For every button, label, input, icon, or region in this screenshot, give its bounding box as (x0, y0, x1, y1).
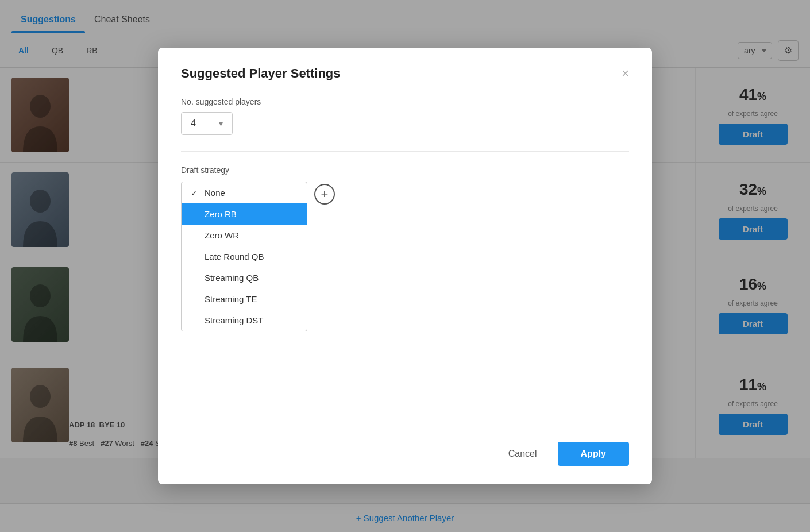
chevron-down-icon: ▾ (219, 119, 223, 128)
check-icon (191, 210, 200, 219)
check-icon: ✓ (191, 188, 200, 198)
modal-close-button[interactable]: × (622, 67, 629, 80)
apply-button[interactable]: Apply (558, 442, 629, 466)
cancel-button[interactable]: Cancel (497, 443, 549, 465)
strategy-option-zero-rb[interactable]: Zero RB (182, 203, 307, 225)
strategy-dropdown[interactable]: ✓ None Zero RB Zero WR Late Round QB (181, 182, 307, 331)
check-icon (191, 273, 200, 283)
check-icon (191, 316, 200, 325)
num-players-label: No. suggested players (181, 97, 629, 106)
modal-divider (181, 151, 629, 152)
strategy-option-streaming-dst[interactable]: Streaming DST (182, 310, 307, 331)
draft-strategy-label: Draft strategy (181, 165, 629, 175)
check-icon (191, 295, 200, 304)
strategy-option-streaming-te[interactable]: Streaming TE (182, 288, 307, 310)
strategy-option-late-round-qb[interactable]: Late Round QB (182, 246, 307, 267)
add-strategy-button[interactable]: + (314, 184, 335, 205)
check-icon (191, 231, 200, 240)
modal-header: Suggested Player Settings × (181, 66, 629, 81)
strategy-row: ✓ None Zero RB Zero WR Late Round QB (181, 182, 629, 331)
modal-footer: Cancel Apply (497, 442, 629, 466)
num-players-dropdown[interactable]: 4 ▾ (181, 112, 233, 135)
strategy-option-streaming-qb[interactable]: Streaming QB (182, 267, 307, 288)
strategy-option-none[interactable]: ✓ None (182, 182, 307, 203)
modal-title: Suggested Player Settings (181, 66, 341, 81)
num-players-value: 4 (191, 118, 196, 129)
strategy-option-zero-wr[interactable]: Zero WR (182, 225, 307, 246)
check-icon (191, 252, 200, 261)
modal: Suggested Player Settings × No. suggeste… (158, 48, 652, 484)
